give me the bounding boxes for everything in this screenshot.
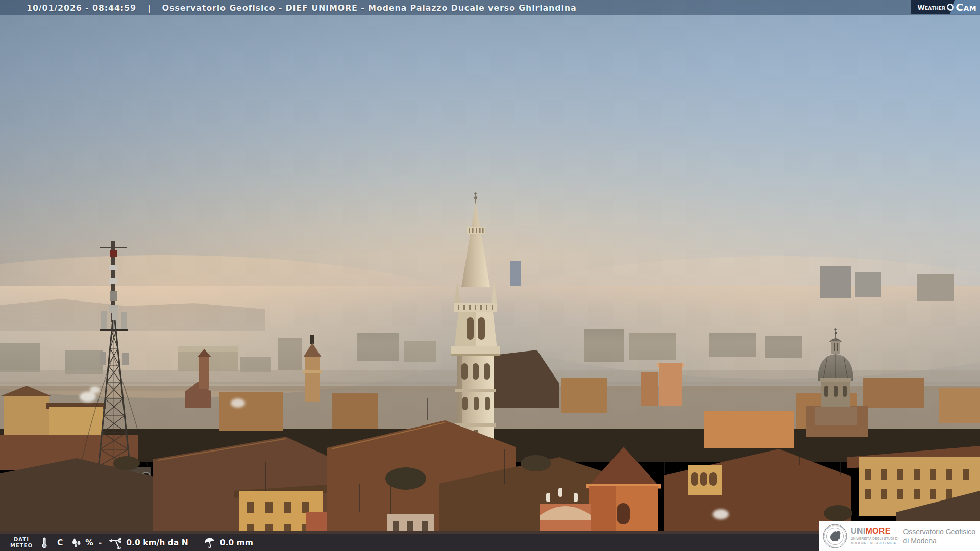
water-drops-icon	[71, 537, 82, 548]
wind-vane-icon	[109, 537, 123, 549]
rain-value: 0.0 mm	[220, 538, 253, 547]
unimore-brand-uni: UNI	[851, 527, 865, 535]
weather-separator: -	[99, 538, 102, 547]
unimore-credit[interactable]: UNIVERSITAS STUDIORUM MUTINENSIS ET REGI…	[819, 521, 980, 551]
unimore-wordmark: UNIMORE UNIVERSITÀ DEGLI STUDI DI MODENA…	[851, 527, 898, 545]
dati-meteo-line2: METEO	[10, 543, 33, 549]
observatory-name: Osservatorio Geofisico di Modena	[903, 527, 975, 545]
humidity-unit: %	[85, 538, 93, 547]
top-bar: 10/01/2026 - 08:44:59 | Osservatorio Geo…	[0, 0, 980, 15]
temperature-unit: C	[57, 538, 63, 547]
unimore-subtitle-line2: MODENA E REGGIO EMILIA	[851, 541, 898, 545]
seal-figure	[830, 531, 841, 541]
webcam-frame: 10/01/2026 - 08:44:59 | Osservatorio Geo…	[0, 0, 980, 551]
webcam-photo	[0, 0, 980, 551]
weathercam-word-weather: Weather	[917, 4, 945, 11]
camera-title: Osservatorio Geofisico - DIEF UNIMORE - …	[162, 3, 577, 13]
weathercam-word-cam: Cam	[955, 1, 976, 13]
observatory-line2: di Modena	[903, 536, 975, 545]
umbrella-icon	[204, 537, 216, 549]
dati-meteo-line1: DATI	[14, 537, 29, 543]
seal-year: 1175	[833, 544, 837, 546]
title-separator: |	[144, 3, 154, 13]
unimore-seal-icon: UNIVERSITAS STUDIORUM MUTINENSIS ET REGI…	[823, 524, 847, 548]
dati-meteo-label: DATI METEO	[10, 537, 33, 549]
unimore-subtitle-line1: UNIVERSITÀ DEGLI STUDI DI	[851, 537, 898, 541]
thermometer-icon	[41, 537, 48, 549]
weathercam-logo[interactable]: Weather Cam	[911, 0, 980, 14]
observatory-line1: Osservatorio Geofisico	[903, 527, 975, 536]
unimore-brand-more: MORE	[865, 527, 890, 535]
wind-value: 0.0 km/h da N	[126, 538, 188, 547]
timestamp: 10/01/2026 - 08:44:59	[27, 3, 136, 13]
